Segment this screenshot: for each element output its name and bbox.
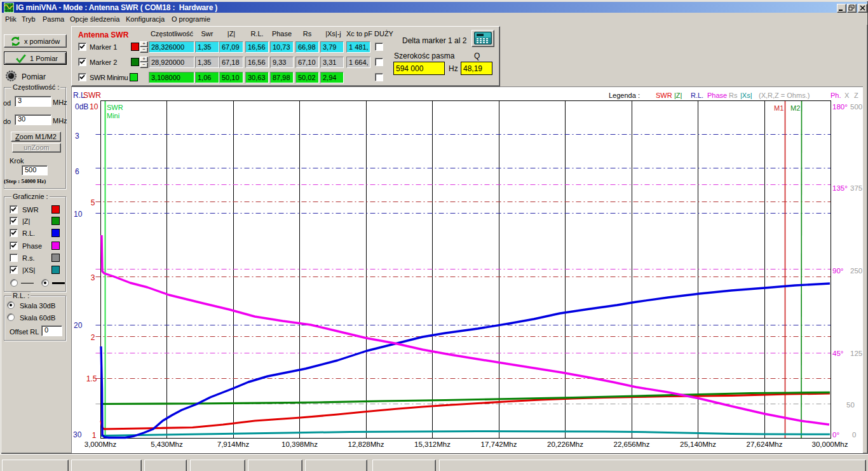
svg-text:375: 375 (850, 184, 862, 192)
svg-text:250: 250 (850, 267, 862, 275)
svg-text:Mini: Mini (107, 112, 119, 119)
svg-text:3: 3 (75, 132, 79, 140)
svg-text:5,430Mhz: 5,430Mhz (151, 440, 183, 448)
svg-text:0dB: 0dB (75, 102, 88, 111)
svg-text:|Xs|: |Xs| (740, 92, 752, 99)
svg-text:30: 30 (73, 430, 82, 439)
svg-text:Legenda :: Legenda : (609, 92, 640, 99)
svg-text:10: 10 (90, 102, 98, 111)
svg-text:125: 125 (850, 350, 862, 357)
svg-text:7,914Mhz: 7,914Mhz (217, 440, 250, 448)
svg-text:135°: 135° (832, 184, 848, 192)
svg-text:12,828Mhz: 12,828Mhz (348, 440, 384, 448)
svg-text:27,624Mhz: 27,624Mhz (747, 440, 783, 448)
svg-text:45°: 45° (832, 350, 843, 357)
svg-text:20: 20 (74, 321, 83, 330)
svg-text:3: 3 (91, 273, 95, 282)
svg-text:17,742Mhz: 17,742Mhz (481, 440, 517, 448)
svg-text:10,398Mhz: 10,398Mhz (281, 440, 318, 448)
svg-text:R.L.: R.L. (691, 92, 703, 99)
svg-text:1.5: 1.5 (86, 374, 97, 383)
svg-text:25,140Mhz: 25,140Mhz (680, 440, 716, 448)
svg-text:SWR: SWR (656, 92, 672, 99)
svg-text:30,000Mhz: 30,000Mhz (812, 440, 848, 448)
svg-text:10: 10 (74, 210, 83, 219)
svg-text:22,656Mhz: 22,656Mhz (614, 440, 650, 448)
svg-text:(X,R,Z = Ohms.): (X,R,Z = Ohms.) (759, 92, 810, 99)
svg-text:180°: 180° (832, 103, 848, 111)
svg-text:50: 50 (846, 401, 855, 409)
svg-text:Ph.: Ph. (831, 92, 841, 99)
svg-text:90°: 90° (832, 267, 843, 275)
svg-text:SWR: SWR (107, 104, 123, 111)
svg-text:M2: M2 (790, 104, 800, 112)
svg-text:M1: M1 (774, 104, 783, 112)
svg-text:Phase: Phase (707, 92, 727, 99)
svg-text:20,226Mhz: 20,226Mhz (547, 440, 583, 448)
svg-text:Rs: Rs (729, 92, 738, 99)
svg-text:1: 1 (92, 431, 97, 440)
svg-text:SWR: SWR (83, 91, 101, 100)
svg-text:0°: 0° (832, 431, 839, 439)
svg-text:5: 5 (91, 198, 95, 207)
svg-text:3,000Mhz: 3,000Mhz (85, 440, 117, 448)
svg-text:Z: Z (854, 92, 858, 99)
svg-text:15,312Mhz: 15,312Mhz (414, 440, 451, 448)
svg-text:2: 2 (91, 333, 95, 342)
svg-text:|Z|: |Z| (674, 92, 682, 99)
svg-text:0: 0 (852, 431, 856, 439)
svg-text:X: X (844, 92, 850, 99)
svg-text:500: 500 (850, 103, 862, 111)
svg-text:6: 6 (75, 167, 79, 176)
